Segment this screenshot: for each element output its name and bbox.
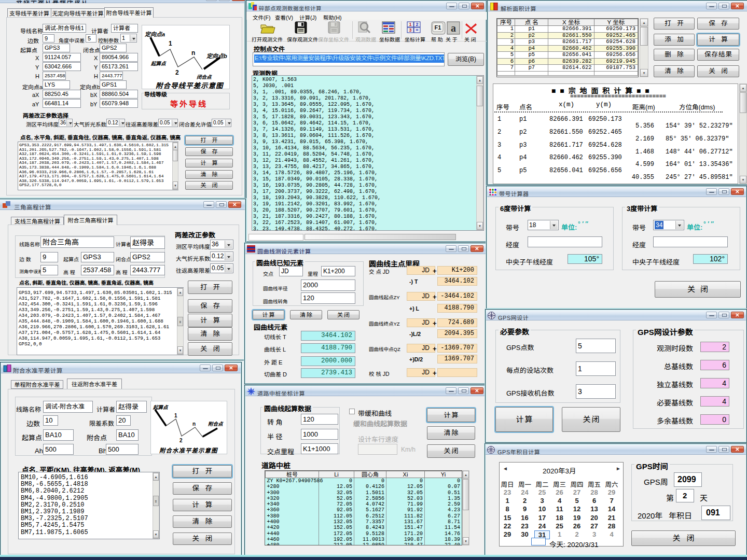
- svg-text:1: 1: [409, 22, 411, 27]
- svg-text:F1: F1: [435, 24, 441, 31]
- svg-text:3: 3: [409, 27, 411, 33]
- svg-text:a: a: [451, 22, 456, 34]
- svg-text:2: 2: [416, 22, 418, 27]
- svg-text:=: =: [416, 27, 418, 33]
